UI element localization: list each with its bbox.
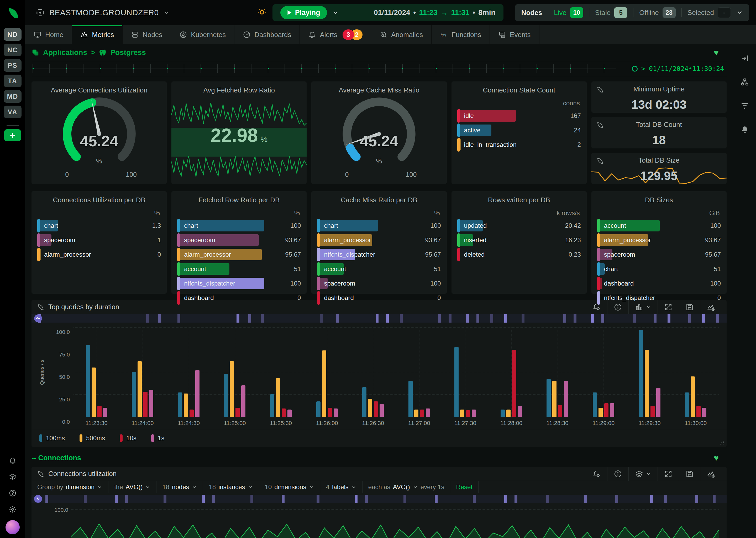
add-space-button[interactable]: + (4, 129, 21, 141)
bar-row-alarm_processor[interactable]: alarm_processor93.67 (597, 234, 721, 246)
tab-kubernetes[interactable]: Kubernetes (171, 25, 234, 44)
chart-type-icon[interactable] (629, 300, 658, 314)
collapse-rail-icon[interactable] (733, 50, 756, 67)
legend-item-100ms[interactable]: 100ms (39, 434, 65, 442)
bar-group-11:26:00[interactable] (304, 327, 350, 417)
bar-row-chart[interactable]: chart1.3 (37, 220, 161, 232)
toolbar-nodes[interactable]: 18nodes (157, 481, 203, 493)
legend-item-1s[interactable]: 1s (151, 434, 164, 442)
sidebar-room-nc[interactable]: NC (4, 44, 22, 56)
bar-row-alarm_processor[interactable]: alarm_processor95.67 (177, 249, 301, 260)
bar-row-account[interactable]: account51 (177, 263, 301, 275)
bar-group-11:24:30[interactable] (165, 327, 212, 417)
expand-icon[interactable] (658, 467, 679, 481)
breadcrumb-applications[interactable]: Applications (43, 48, 87, 57)
card-connections-utilization-per-db[interactable]: Connections Utilization per DB % chart1.… (31, 191, 167, 294)
gauge-chart[interactable]: 45.24 % 0 100 (317, 95, 441, 179)
bar-row-chart[interactable]: chart100 (177, 220, 301, 232)
filter-icon[interactable] (733, 97, 756, 114)
nodes-offline-filter[interactable]: Offline 23 (639, 7, 676, 18)
bar-row-spaceroom[interactable]: spaceroom1 (37, 234, 161, 246)
bar-group-11:27:00[interactable] (396, 327, 442, 417)
bar-row-dashboard[interactable]: dashboard100 (597, 278, 721, 289)
bar-row-ntfcnts_dispatcher[interactable]: ntfcnts_dispatcher95.67 (317, 249, 441, 260)
card-rows-written-per-db[interactable]: Rows written per DB k rows/s updated20.4… (451, 191, 587, 294)
info-icon[interactable] (607, 300, 629, 314)
save-icon[interactable] (679, 300, 700, 314)
bar-row-active[interactable]: active24 (457, 125, 581, 136)
bar-group-11:27:30[interactable] (442, 327, 489, 417)
tab-home[interactable]: Home (25, 25, 72, 44)
nodes-stale-filter[interactable]: Stale 5 (595, 7, 627, 18)
toolbar-instances[interactable]: 18instances (203, 481, 259, 493)
save-icon[interactable] (679, 467, 700, 481)
bar-row-ntfcnts_dispatcher[interactable]: ntfcnts_dispatcher100 (177, 278, 301, 289)
toolbar-avg-[interactable]: each asAVG()every 1s (362, 481, 450, 493)
bar-group-11:24:00[interactable] (120, 327, 166, 417)
card-db-sizes[interactable]: DB Sizes GiB account100alarm_processor93… (591, 191, 727, 294)
resize-handle[interactable] (719, 440, 725, 445)
tab-nodes[interactable]: Nodes (122, 25, 171, 44)
bar-group-11:25:00[interactable] (212, 327, 258, 417)
breadcrumb-service[interactable]: Postgress (110, 48, 146, 57)
integrations-icon[interactable] (0, 469, 25, 485)
bar-row-spaceroom[interactable]: spaceroom100 (317, 278, 441, 289)
gauge-chart[interactable]: 45.24 % 0 100 (37, 95, 161, 179)
sidebar-room-va[interactable]: VA (4, 106, 22, 118)
add-chart-icon[interactable] (700, 300, 721, 314)
alert-settings-icon[interactable] (586, 300, 607, 314)
anomaly-ribbon[interactable] (31, 495, 727, 503)
nodes-selected-filter[interactable]: Selected - (687, 7, 731, 18)
notifications-bell-icon[interactable] (0, 452, 25, 469)
alerts-bell-icon[interactable] (733, 121, 756, 138)
tab-anomalies[interactable]: Anomalies (371, 25, 432, 44)
legend-item-500ms[interactable]: 500ms (79, 434, 105, 442)
card-connection-state-count[interactable]: Connection State Count conns idle167acti… (451, 81, 587, 184)
tab-functions[interactable]: f(x)Functions (432, 25, 490, 44)
chevron-down-icon[interactable] (332, 10, 339, 16)
bar-chart-plot[interactable] (73, 327, 719, 417)
bar-row-chart[interactable]: chart100 (317, 220, 441, 232)
bar-row-chart[interactable]: chart51 (597, 263, 721, 275)
nodes-live-filter[interactable]: Live 10 (554, 7, 583, 18)
info-icon[interactable] (607, 467, 629, 481)
tab-events[interactable]: Events (490, 25, 540, 44)
bar-row-account[interactable]: account100 (597, 220, 721, 232)
bar-row-spaceroom[interactable]: spaceroom95.67 (597, 249, 721, 260)
bar-row-idle[interactable]: idle167 (457, 110, 581, 122)
user-avatar[interactable] (6, 520, 20, 534)
news-bulb-icon[interactable] (257, 8, 267, 17)
sidebar-room-nd[interactable]: ND (4, 28, 22, 41)
tab-alerts[interactable]: Alerts32 (300, 25, 371, 44)
bar-group-11:30:00[interactable] (673, 327, 719, 417)
card-total-db-count[interactable]: Total DB Count 18 (591, 117, 727, 148)
toolbar-labels[interactable]: 4labels (320, 481, 362, 493)
help-icon[interactable] (0, 485, 25, 501)
bar-row-spaceroom[interactable]: spaceroom93.67 (177, 234, 301, 246)
bar-group-11:28:00[interactable] (488, 327, 535, 417)
bar-group-11:23:30[interactable] (73, 327, 120, 417)
bar-row-account[interactable]: account51 (317, 263, 441, 275)
card-minimum-uptime[interactable]: Minimum Uptime 13d 02:03 (591, 81, 727, 113)
bar-group-11:25:30[interactable] (258, 327, 304, 417)
toolbar-dimensions[interactable]: 10dimensions (259, 481, 320, 493)
bar-row-alarm_processor[interactable]: alarm_processor93.67 (317, 234, 441, 246)
card-fetched-row-ratio-per-db[interactable]: Fetched Row Ratio per DB % chart100space… (171, 191, 307, 294)
bar-row-deleted[interactable]: deleted0.23 (457, 249, 581, 260)
card-avg-connections-utilization[interactable]: Average Connections Utilization 45.24 % … (31, 81, 167, 184)
bar-group-11:29:00[interactable] (580, 327, 627, 417)
tab-dashboards[interactable]: Dashboards (234, 25, 300, 44)
bar-row-alarm_processor[interactable]: alarm_processor0 (37, 249, 161, 260)
sidebar-room-ps[interactable]: PS (4, 59, 22, 72)
toolbar-reset[interactable]: Reset (450, 481, 479, 493)
favorite-heart-icon[interactable]: ♥ (714, 453, 719, 463)
favorite-heart-icon[interactable]: ♥ (714, 48, 719, 58)
metrics-tree-icon[interactable] (733, 74, 756, 90)
time-navigator[interactable]: > 01/11/2024•11:30:24 (31, 61, 727, 76)
section-title[interactable]: -- Connections (31, 454, 81, 462)
bar-row-updated[interactable]: updated20.42 (457, 220, 581, 232)
settings-gear-icon[interactable] (0, 501, 25, 517)
sidebar-room-ta[interactable]: TA (4, 75, 22, 87)
sidebar-room-md[interactable]: MD (4, 90, 22, 103)
playing-button[interactable]: Playing (280, 6, 327, 19)
